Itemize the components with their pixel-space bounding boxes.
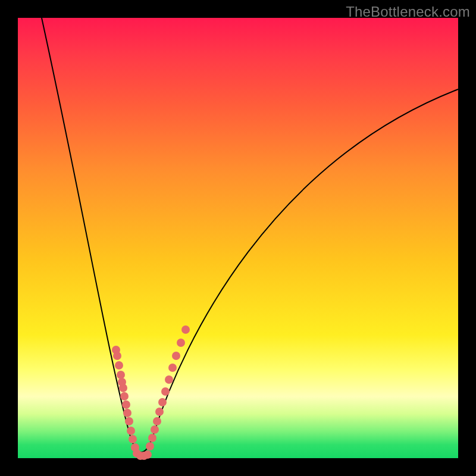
data-point [122, 400, 130, 409]
data-point [158, 398, 167, 406]
data-points-group [112, 325, 190, 460]
data-point [146, 442, 154, 450]
data-point [148, 434, 156, 442]
data-point [143, 450, 152, 459]
data-point [129, 435, 137, 443]
chart-svg [18, 18, 458, 458]
data-point [119, 384, 127, 392]
data-point [155, 408, 164, 416]
data-point [123, 409, 131, 417]
watermark-text: TheBottleneck.com [346, 4, 470, 20]
data-point [165, 375, 173, 384]
data-point [161, 387, 170, 396]
data-point [117, 371, 125, 379]
data-point [168, 364, 177, 372]
data-point [172, 352, 180, 360]
data-point [181, 325, 190, 334]
data-point [177, 339, 185, 347]
data-point [120, 392, 129, 400]
bottleneck-curve [42, 18, 458, 452]
data-point [113, 352, 121, 360]
data-point [151, 425, 159, 434]
data-point [153, 417, 161, 425]
data-point [115, 361, 123, 369]
chart-frame [18, 18, 458, 458]
data-point [125, 417, 133, 425]
data-point [127, 427, 135, 435]
